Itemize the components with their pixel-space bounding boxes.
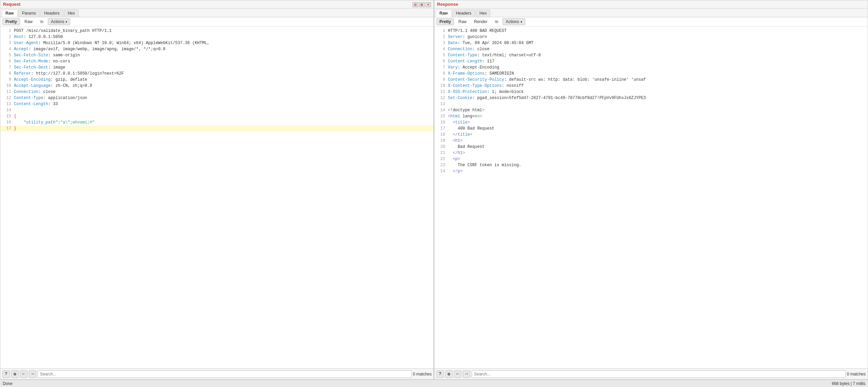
table-row: 14<!doctype html>	[434, 107, 868, 113]
line-content	[448, 101, 866, 107]
help-button-response[interactable]: ?	[436, 370, 444, 378]
line-content: X-XSS-Protection: 1; mode=block	[448, 89, 866, 95]
search-input-response[interactable]	[472, 370, 846, 378]
line-number: 3	[2, 40, 11, 46]
actions-button-request[interactable]: Actions	[48, 18, 70, 25]
line-content: Accept-Language: zh-CN, zh;q=0.9	[14, 83, 432, 89]
window-close-btn[interactable]: ✕	[426, 2, 431, 7]
table-row: 1POST /misc/validate_binary_path HTTP/1.…	[0, 28, 434, 34]
search-input-request[interactable]	[38, 370, 412, 378]
help-button-request[interactable]: ?	[2, 370, 10, 378]
back-button-response[interactable]: ←	[454, 370, 461, 378]
line-number: 16	[2, 119, 11, 125]
table-row: 2Host: 127.0.0.1:5050	[0, 34, 434, 40]
subtab-raw-request[interactable]: Raw	[21, 18, 36, 25]
line-content: <html lang=en>	[448, 113, 866, 119]
tab-raw-request[interactable]: Raw	[2, 9, 18, 17]
window-split-btn[interactable]: ⊞	[419, 2, 424, 7]
line-number: 11	[436, 89, 445, 95]
status-bar: Done 668 bytes | 7 millis	[0, 380, 868, 387]
line-content: Connection: close	[14, 89, 432, 95]
line-content: POST /misc/validate_binary_path HTTP/1.1	[14, 28, 432, 34]
line-content: <title>	[448, 119, 866, 125]
response-tab-bar: Raw Headers Hex	[434, 8, 868, 17]
table-row: 17 400 Bad Request	[434, 125, 868, 132]
line-content: Content-Length: 33	[14, 101, 432, 107]
line-content	[14, 107, 432, 113]
tab-params-request[interactable]: Params	[18, 9, 40, 17]
line-number: 6	[2, 58, 11, 64]
line-number: 15	[436, 113, 445, 119]
line-number: 4	[436, 46, 445, 52]
table-row: 14	[0, 107, 434, 113]
table-row: 2Server: gunicorn	[434, 34, 868, 40]
table-row: 7Vary: Accept-Encoding	[434, 64, 868, 71]
tab-hex-request[interactable]: Hex	[64, 9, 78, 17]
line-number: 14	[436, 107, 445, 113]
tab-hex-response[interactable]: Hex	[476, 9, 490, 17]
table-row: 23 The CSRF token is missing.	[434, 162, 868, 168]
line-content: Bad Request	[448, 144, 866, 150]
table-row: 8Referer: http://127.0.0.1:5050/login?ne…	[0, 71, 434, 77]
line-content: Connection: close	[448, 46, 866, 52]
line-number: 12	[436, 95, 445, 101]
table-row: 4Accept: image/avif, image/webp, image/a…	[0, 46, 434, 52]
line-content: X-Content-Type-Options: nosniff	[448, 83, 866, 89]
line-number: 13	[436, 101, 445, 107]
actions-button-response[interactable]: Actions	[503, 18, 525, 25]
line-content: <p>	[448, 156, 866, 162]
table-row: 24 </p>	[434, 168, 868, 174]
line-content: Sec-Fetch-Dest: image	[14, 64, 432, 71]
tab-raw-response[interactable]: Raw	[436, 9, 452, 17]
matches-count-response: 0 matches	[847, 372, 866, 376]
subtab-pretty-request[interactable]: Pretty	[2, 18, 20, 25]
forward-button-response[interactable]: →	[463, 370, 470, 378]
line-content: </p>	[448, 168, 866, 174]
table-row: 5Content-Type: text/html; charset=utf-8	[434, 52, 868, 58]
line-number: 19	[436, 138, 445, 144]
line-number: 6	[436, 58, 445, 64]
line-content: Sec-Fetch-Site: same-origin	[14, 52, 432, 58]
subtab-newline-response[interactable]: \n	[492, 18, 501, 25]
line-number: 20	[436, 144, 445, 150]
table-row: 19 <h1>	[434, 138, 868, 144]
table-row: 12Content-Type: application/json	[0, 95, 434, 101]
request-panel: Request ⊟ ⊞ ✕ Raw Params Headers Hex Pre…	[0, 0, 434, 380]
tab-headers-request[interactable]: Headers	[40, 9, 63, 17]
window-tile-btn[interactable]: ⊟	[413, 2, 418, 7]
settings-button-response[interactable]: ⚙	[445, 370, 453, 378]
line-content: Content-Security-Policy: default-src ws:…	[448, 77, 866, 83]
subtab-render-response[interactable]: Render	[471, 18, 490, 25]
line-content: Content-Type: text/html; charset=utf-8	[448, 52, 866, 58]
forward-button-request[interactable]: →	[29, 370, 36, 378]
line-content: X-Frame-Options: SAMEORIGIN	[448, 71, 866, 77]
line-number: 11	[2, 89, 11, 95]
line-content: Accept: image/avif, image/webp, image/ap…	[14, 46, 432, 52]
line-number: 22	[436, 156, 445, 162]
table-row: 3User-Agent: Mozilla/5.0 (Windows NT 10.…	[0, 40, 434, 46]
table-row: 9Accept-Encoding: gzip, deflate	[0, 77, 434, 83]
table-row: 7Sec-Fetch-Dest: image	[0, 64, 434, 71]
request-bottom-bar: ? ⚙ ← → 0 matches	[0, 368, 434, 379]
line-content: Date: Tue, 09 Apr 2024 08:45:04 GMT	[448, 40, 866, 46]
line-number: 8	[2, 71, 11, 77]
line-number: 2	[436, 34, 445, 40]
subtab-newline-request[interactable]: \n	[37, 18, 46, 25]
line-number: 7	[436, 64, 445, 71]
response-content: 1HTTP/1.1 400 BAD REQUEST2Server: gunico…	[434, 26, 868, 368]
response-title-text: Response	[437, 2, 458, 7]
table-row: 6Content-Length: 117	[434, 58, 868, 64]
table-row: 17}	[0, 125, 434, 132]
line-number: 17	[2, 125, 11, 132]
settings-button-request[interactable]: ⚙	[11, 370, 19, 378]
line-number: 9	[436, 77, 445, 83]
back-button-request[interactable]: ←	[20, 370, 27, 378]
line-content: Vary: Accept-Encoding	[448, 64, 866, 71]
line-number: 7	[2, 64, 11, 71]
table-row: 16 <title>	[434, 119, 868, 125]
table-row: 9Content-Security-Policy: default-src ws…	[434, 77, 868, 83]
line-content: User-Agent: Mozilla/5.0 (Windows NT 10.0…	[14, 40, 432, 46]
subtab-pretty-response[interactable]: Pretty	[436, 18, 454, 25]
tab-headers-response[interactable]: Headers	[452, 9, 475, 17]
subtab-raw-response[interactable]: Raw	[455, 18, 470, 25]
